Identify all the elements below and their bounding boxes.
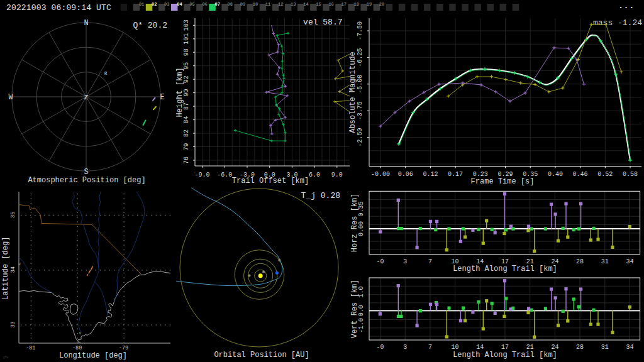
svg-text:17: 17 xyxy=(341,2,347,7)
svg-text:24: 24 xyxy=(551,344,558,351)
svg-text:-3.75: -3.75 xyxy=(357,101,364,120)
svg-text:11: 11 xyxy=(265,2,270,7)
svg-text:31: 31 xyxy=(601,258,609,265)
svg-text:...: ... xyxy=(618,1,635,11)
svg-text:14: 14 xyxy=(476,344,484,351)
svg-text:-6.25: -6.25 xyxy=(357,48,364,67)
svg-text:34: 34 xyxy=(626,258,633,265)
svg-text:N: N xyxy=(84,19,88,28)
svg-text:01: 01 xyxy=(139,2,144,7)
svg-text:Atmospheric Position [deg]: Atmospheric Position [deg] xyxy=(28,176,145,185)
svg-text:-80: -80 xyxy=(72,345,82,351)
svg-text:28: 28 xyxy=(576,258,584,265)
svg-text:-9.0: -9.0 xyxy=(195,172,210,178)
svg-text:6.0: 6.0 xyxy=(309,172,320,178)
svg-text:03: 03 xyxy=(164,2,169,7)
svg-text:16: 16 xyxy=(328,2,333,7)
svg-text:N: N xyxy=(79,331,81,336)
svg-text:10: 10 xyxy=(452,344,459,351)
svg-text:0.12: 0.12 xyxy=(423,171,438,178)
svg-text:Length Along Trail [km]: Length Along Trail [km] xyxy=(453,265,557,273)
svg-text:3: 3 xyxy=(403,258,407,265)
svg-text:20: 20 xyxy=(379,2,384,7)
svg-text:35: 35 xyxy=(10,212,16,218)
svg-text:3: 3 xyxy=(403,344,407,351)
svg-text:103: 103 xyxy=(183,19,190,31)
svg-text:76: 76 xyxy=(183,156,190,164)
svg-text:Height [km]: Height [km] xyxy=(175,67,184,117)
svg-text:-0: -0 xyxy=(376,258,384,265)
svg-text:20221003 06:09:14 UTC: 20221003 06:09:14 UTC xyxy=(6,3,111,13)
svg-text:0.17: 0.17 xyxy=(448,171,463,178)
svg-text:15: 15 xyxy=(316,2,321,7)
svg-text:21: 21 xyxy=(526,344,534,351)
svg-text:08: 08 xyxy=(228,2,233,7)
svg-text:09: 09 xyxy=(240,2,245,7)
svg-text:E: E xyxy=(160,93,164,102)
svg-text:0.52: 0.52 xyxy=(597,171,613,178)
svg-text:Absolute Magnitude: Absolute Magnitude xyxy=(348,52,357,133)
svg-text:0.58: 0.58 xyxy=(623,171,638,178)
svg-text:02: 02 xyxy=(152,2,157,7)
svg-text:W: W xyxy=(8,93,13,102)
svg-text:101: 101 xyxy=(183,33,190,45)
svg-text:-2.50: -2.50 xyxy=(357,128,364,147)
svg-text:Vert Res [km]: Vert Res [km] xyxy=(350,280,359,339)
svg-text:28: 28 xyxy=(576,344,584,351)
svg-text:Longitude [deg]: Longitude [deg] xyxy=(59,351,127,360)
svg-text:34: 34 xyxy=(10,266,16,273)
svg-text:-79: -79 xyxy=(119,345,128,351)
svg-text:gfw: gfw xyxy=(3,356,8,359)
svg-text:79: 79 xyxy=(183,143,190,150)
svg-text:-6.0: -6.0 xyxy=(217,172,232,178)
svg-text:0.06: 0.06 xyxy=(398,171,413,178)
svg-text:0.46: 0.46 xyxy=(573,171,588,178)
svg-text:Length Along Trail [km]: Length Along Trail [km] xyxy=(453,351,557,359)
svg-text:12: 12 xyxy=(278,2,283,7)
svg-text:7: 7 xyxy=(428,344,432,351)
svg-text:31: 31 xyxy=(601,344,609,351)
svg-text:14: 14 xyxy=(303,2,308,7)
svg-text:19: 19 xyxy=(367,2,372,7)
svg-text:9.0: 9.0 xyxy=(331,172,343,178)
svg-text:-0: -0 xyxy=(376,344,384,351)
svg-text:-7.50: -7.50 xyxy=(357,21,364,40)
svg-text:34: 34 xyxy=(626,344,633,351)
svg-text:0.40: 0.40 xyxy=(548,171,563,178)
svg-text:Frame Time [s]: Frame Time [s] xyxy=(471,177,535,186)
svg-text:mass -1.24: mass -1.24 xyxy=(593,18,642,28)
svg-text:-0.00: -0.00 xyxy=(371,171,390,178)
svg-text:-5.00: -5.00 xyxy=(357,75,364,94)
svg-text:S: S xyxy=(84,168,88,177)
svg-text:98: 98 xyxy=(183,48,190,56)
svg-text:Q* 20.2: Q* 20.2 xyxy=(133,21,167,30)
svg-text:07: 07 xyxy=(215,2,220,7)
svg-text:10: 10 xyxy=(253,2,258,7)
svg-text:06: 06 xyxy=(202,2,207,7)
svg-text:Horz Res [km]: Horz Res [km] xyxy=(350,194,359,253)
svg-text:-81: -81 xyxy=(26,345,35,351)
svg-text:Z: Z xyxy=(84,94,88,101)
svg-text:33: 33 xyxy=(10,321,16,327)
svg-text:Trail Offset [km]: Trail Offset [km] xyxy=(232,177,309,185)
svg-text:05: 05 xyxy=(189,2,194,7)
svg-text:17: 17 xyxy=(501,344,509,351)
svg-text:04: 04 xyxy=(177,2,182,7)
svg-text:7: 7 xyxy=(428,258,432,265)
svg-text:Orbital Position [AU]: Orbital Position [AU] xyxy=(214,351,309,359)
svg-text:18: 18 xyxy=(354,2,359,7)
svg-text:vel 58.7: vel 58.7 xyxy=(303,18,342,27)
svg-text:T_j 0.28: T_j 0.28 xyxy=(301,191,340,200)
svg-text:82: 82 xyxy=(183,129,190,137)
svg-text:Latitude [deg]: Latitude [deg] xyxy=(1,237,10,300)
svg-text:13: 13 xyxy=(291,2,296,7)
